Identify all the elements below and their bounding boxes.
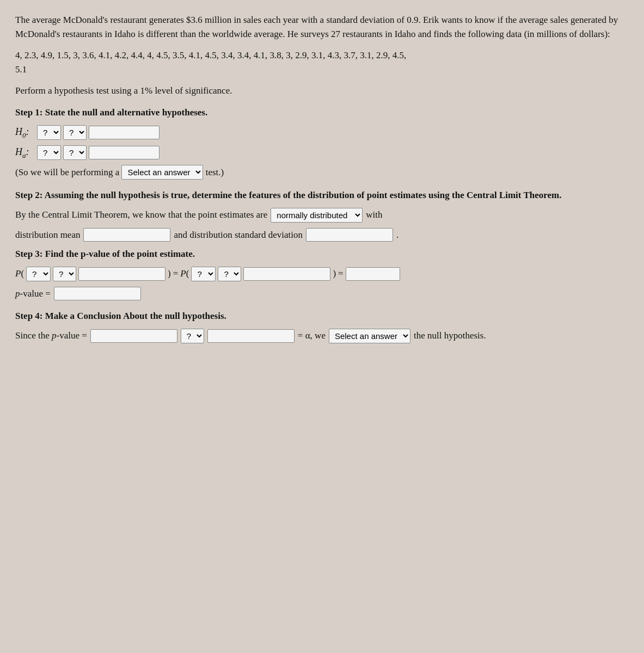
perform-text: Perform a hypothesis test using a 1% lev… — [15, 84, 629, 98]
data-values: 4, 2.3, 4.9, 1.5, 3, 3.6, 4.1, 4.2, 4.4,… — [15, 48, 629, 76]
clt-line: By the Central Limit Theorem, we know th… — [15, 208, 629, 223]
so-we-line: (So we will be performing a Select an an… — [15, 165, 629, 180]
h0-second-dropdown[interactable]: ? = ≠ < > ≤ ≥ — [63, 125, 87, 140]
alpha-value-input[interactable] — [207, 329, 295, 343]
ha-row: Ha: ? μ x̄ p p̂ ? = ≠ < > ≤ ≥ — [15, 145, 629, 161]
h0-label: H0: — [15, 125, 33, 140]
dist-sd-label: and distribution standard deviation — [174, 228, 303, 242]
ha-first-dropdown[interactable]: ? μ x̄ p p̂ — [37, 145, 61, 160]
p-close1: ) — [168, 267, 171, 281]
p-equals2: = — [338, 267, 344, 281]
p-value-equation-row: P( ? Z X x̄ ? = ≠ < > ≤ ≥ ) = P( ? Z X x… — [15, 267, 629, 281]
conclusion-after: the null hypothesis. — [414, 329, 486, 343]
p-open1: P( — [15, 267, 24, 281]
h0-first-dropdown[interactable]: ? μ x̄ p p̂ — [37, 125, 61, 140]
alpha-label: = α, we — [298, 329, 326, 343]
h0-value-input[interactable] — [89, 126, 160, 139]
dist-sd-input[interactable] — [306, 228, 393, 242]
dist-mean-label: distribution mean — [15, 228, 80, 242]
ha-label: Ha: — [15, 145, 33, 161]
p-open2: P( — [180, 267, 189, 281]
p2-second-dropdown[interactable]: ? = ≠ < > ≤ ≥ — [218, 267, 241, 281]
step2-label: Step 2: Assuming the null hypothesis is … — [15, 188, 629, 202]
since-label: Since the p-value = — [15, 329, 87, 343]
ha-second-dropdown[interactable]: ? = ≠ < > ≤ ≥ — [63, 145, 87, 160]
pvalue-comparison-input[interactable] — [90, 329, 177, 343]
clt-before: By the Central Limit Theorem, we know th… — [15, 208, 267, 222]
p1-first-dropdown[interactable]: ? Z X x̄ — [26, 267, 51, 281]
test-type-dropdown[interactable]: Select an answer left-tailed right-taile… — [121, 165, 203, 180]
step3-label: Step 3: Find the p-value of the point es… — [15, 247, 629, 261]
clt-with: with — [366, 208, 382, 222]
pvalue-label: p-value = — [15, 287, 51, 301]
ha-value-input[interactable] — [89, 146, 160, 159]
distribution-type-dropdown[interactable]: normally distributed uniformly distribut… — [271, 208, 363, 223]
step4-conclusion: Since the p-value = ? < > = = α, we Sele… — [15, 329, 629, 343]
p2-first-dropdown[interactable]: ? Z X x̄ — [191, 267, 216, 281]
pvalue-row: p-value = — [15, 287, 629, 301]
p-result-input[interactable] — [346, 267, 400, 281]
p1-value-input[interactable] — [78, 267, 165, 281]
so-we-before: (So we will be performing a — [15, 167, 119, 177]
pvalue-input[interactable] — [54, 287, 141, 300]
h0-row: H0: ? μ x̄ p p̂ ? = ≠ < > ≤ ≥ — [15, 125, 629, 140]
p1-second-dropdown[interactable]: ? = ≠ < > ≤ ≥ — [53, 267, 76, 281]
clt-mean-line: distribution mean and distribution stand… — [15, 228, 629, 242]
comparison-operator-dropdown[interactable]: ? < > = — [181, 329, 204, 343]
so-we-after: test.) — [206, 167, 224, 177]
p2-value-input[interactable] — [243, 267, 330, 281]
p-close2: ) — [333, 267, 336, 281]
intro-paragraph: The average McDonald's restaurant genera… — [15, 13, 629, 41]
step4-label: Step 4: Make a Conclusion About the null… — [15, 309, 629, 323]
p-equals1: = — [173, 267, 179, 281]
step1-label: Step 1: State the null and alternative h… — [15, 106, 629, 120]
dist-mean-input[interactable] — [83, 228, 170, 242]
conclusion-dropdown[interactable]: Select an answer reject fail to reject — [329, 329, 410, 343]
